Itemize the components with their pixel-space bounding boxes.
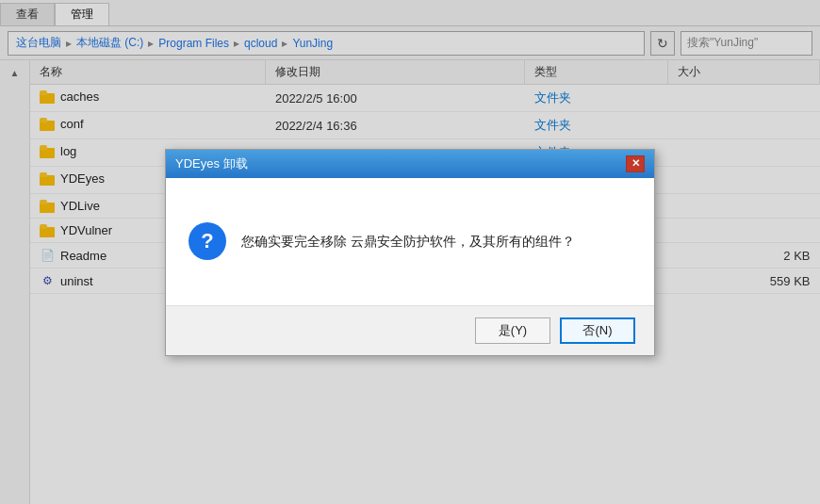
uninstall-dialog: YDEyes 卸载 ✕ ? 您确实要完全移除 云鼎安全防护软件，及其所有的组件？… bbox=[165, 149, 655, 356]
dialog-body: ? 您确实要完全移除 云鼎安全防护软件，及其所有的组件？ bbox=[166, 178, 654, 305]
dialog-close-button[interactable]: ✕ bbox=[626, 155, 645, 172]
dialog-title-bar: YDEyes 卸载 ✕ bbox=[166, 150, 654, 178]
dialog-no-button[interactable]: 否(N) bbox=[560, 317, 635, 344]
dialog-message: 您确实要完全移除 云鼎安全防护软件，及其所有的组件？ bbox=[241, 231, 575, 252]
dialog-title: YDEyes 卸载 bbox=[175, 155, 248, 172]
modal-overlay: YDEyes 卸载 ✕ ? 您确实要完全移除 云鼎安全防护软件，及其所有的组件？… bbox=[0, 0, 820, 504]
dialog-yes-button[interactable]: 是(Y) bbox=[475, 317, 550, 344]
dialog-question-icon: ? bbox=[189, 222, 226, 260]
dialog-footer: 是(Y) 否(N) bbox=[166, 305, 654, 355]
